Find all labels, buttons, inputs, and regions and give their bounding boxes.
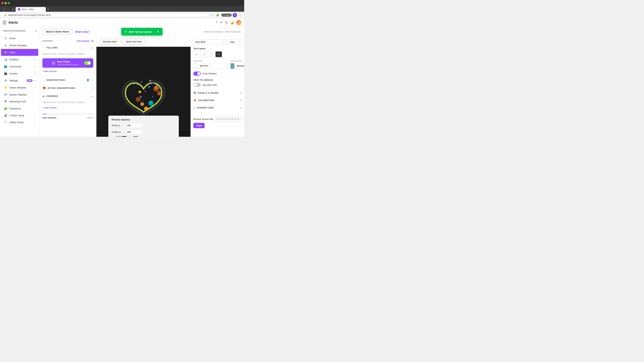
tab-close-btn[interactable]: ✕ xyxy=(42,8,44,10)
sidebar-item-stream-together[interactable]: 🔗 Stream Together xyxy=(1,91,38,98)
follows-section-header[interactable]: ♡ FOLLOWS ▲ xyxy=(40,44,96,52)
sidebar-item-home[interactable]: ⊙ Home xyxy=(1,35,38,42)
window-minimize-btn[interactable] xyxy=(4,2,7,4)
hamburger-menu-btn[interactable]: ☰ xyxy=(3,20,6,25)
cheering-chevron-icon: ▲ xyxy=(91,95,93,97)
whats-new-btn[interactable]: What's New? xyxy=(75,30,90,33)
say-alert-toggle[interactable] xyxy=(193,83,201,87)
incognito-badge[interactable]: Incognito xyxy=(221,13,232,16)
discard-changes-btn[interactable]: Discard Changes xyxy=(204,30,223,33)
sidebar-collapse-btn[interactable]: ◁ xyxy=(34,29,36,32)
swatch-light-gray[interactable] xyxy=(128,136,132,137)
height-input[interactable] xyxy=(126,130,142,134)
sidebar-item-community[interactable]: 👥 Community ▾ xyxy=(1,63,38,70)
swatch-brown[interactable] xyxy=(133,136,138,137)
creator-camp-external-icon: ↗ xyxy=(34,114,36,117)
color-section: Text Color Accent Color xyxy=(193,60,242,69)
size-select[interactable]: 24px ⇅ xyxy=(228,39,242,44)
save-changes-btn[interactable]: Save Changes xyxy=(225,30,241,33)
sidebar-item-viewer-rewards[interactable]: ⭐ Viewer Rewards ▾ xyxy=(1,84,38,91)
tab-bar: ◁ ▷ ↻ T Alerts - Twitch ✕ + xyxy=(0,6,244,12)
sidebar-item-streaming-tools[interactable]: 🛠 Streaming Tools xyxy=(1,98,38,105)
sidebar-item-analytics[interactable]: 📊 Analytics ▾ xyxy=(1,56,38,63)
extension-btn[interactable]: 🧩 xyxy=(215,13,220,17)
bookmark-btn[interactable]: ☆ xyxy=(210,13,214,17)
magic-icon[interactable]: ✦ xyxy=(219,20,223,25)
preview-alert-btn[interactable]: Preview Alert xyxy=(100,39,120,44)
sidebar-item-content[interactable]: 🎬 Content ▾ xyxy=(1,70,38,77)
settings-panel: Semi-Bold ⇅ 24px ⇅ Text Layout ≡ ≡ ≡ ≡ xyxy=(190,37,244,137)
sidebar-label-streaming-tools: Streaming Tools xyxy=(10,100,36,103)
align-justify-btn[interactable]: ≡ xyxy=(216,51,222,57)
alert-variants-count: 15/200 xyxy=(86,116,93,119)
toast-close-btn[interactable]: ✕ xyxy=(157,30,159,33)
help-icon[interactable]: ? xyxy=(215,20,218,25)
cheering-section-header[interactable]: ◆ CHEERING ▲ xyxy=(40,92,96,100)
cheering-new-variant-btn[interactable]: + New Variant xyxy=(42,105,57,110)
variant-toggle[interactable] xyxy=(84,61,91,65)
danger-zone-icon: ⚠ xyxy=(193,106,196,109)
edit-multiple-btn[interactable]: Edit Multiple xyxy=(77,40,90,42)
mail-icon[interactable]: ✉ xyxy=(224,20,228,25)
align-right-btn[interactable]: ≡ xyxy=(208,51,214,57)
copy-variants-icon-btn[interactable]: ⧉ xyxy=(92,39,93,42)
profile-avatar[interactable]: M xyxy=(232,13,237,17)
font-select[interactable]: Semi-Bold ⇅ xyxy=(193,39,226,44)
alerts-header: Back to Alerts Home What's New? ✓ Alert … xyxy=(40,27,244,37)
send-test-alert-btn[interactable]: Send Test Alert xyxy=(122,39,146,44)
window-maximize-btn[interactable] xyxy=(8,2,10,4)
sidebar-item-safety-center[interactable]: 🛡 Safety Center ↗ xyxy=(1,119,38,126)
sidebar-item-stream-manager[interactable]: ◎ Stream Manager xyxy=(1,42,38,49)
danger-zone-section-header[interactable]: ⚠ DANGER ZONE ▾ xyxy=(193,104,242,111)
gifted-subscriptions-section-header[interactable]: 🎁 GIFTED SUBSCRIPTIONS ▾ xyxy=(40,84,96,92)
browser-refresh-btn[interactable]: ↻ xyxy=(11,7,16,12)
new-tab-btn[interactable]: + xyxy=(46,7,51,12)
text-color-preview[interactable] xyxy=(193,63,198,69)
width-input[interactable] xyxy=(126,123,142,128)
text-color-input[interactable] xyxy=(198,64,227,68)
browser-source-section: Browser Source URL Copy xyxy=(193,114,242,128)
accent-color-group: Accent Color xyxy=(230,60,244,69)
sidebar-item-creator-camp[interactable]: 🏕 Creator Camp ↗ xyxy=(1,112,38,119)
follows-new-variant-btn[interactable]: + New Variant xyxy=(42,69,57,73)
toast-check-icon: ✓ xyxy=(124,30,127,33)
browser-forward-btn[interactable]: ▷ xyxy=(6,7,11,12)
swatch-white[interactable] xyxy=(116,136,121,137)
subscriptions-section-header[interactable]: ☆ SUBSCRIPTIONS 👤+ ▾ xyxy=(40,76,96,84)
text-color-group: Text Color xyxy=(193,60,227,69)
stream-manager-icon: ◎ xyxy=(4,43,8,47)
sidebar-item-alerts[interactable]: ⚡ Alerts xyxy=(1,49,38,56)
window-close-btn[interactable] xyxy=(1,2,4,4)
tts-section: TEXT-TO-SPEECH Say Alert Text xyxy=(193,78,242,87)
align-left-btn[interactable]: ≡ xyxy=(193,51,200,57)
visuals-sound-section-header[interactable]: 🖼 VISUALS & SOUND ▾ xyxy=(193,90,242,96)
subscriptions-title: SUBSCRIPTIONS xyxy=(46,79,85,81)
celebration-section-header[interactable]: 🎉 CELEBRATION ▾ xyxy=(193,97,242,104)
accent-color-input-row xyxy=(230,63,244,69)
accent-color-preview[interactable] xyxy=(230,63,234,69)
follows-priority-note: VARIANTS ARE LISTED IN PRIORITY ORDER xyxy=(42,52,93,57)
browser-back-btn[interactable]: ◁ xyxy=(1,7,6,12)
back-to-alerts-btn[interactable]: Back to Alerts Home xyxy=(43,29,72,34)
browser-source-url-input[interactable] xyxy=(215,117,242,121)
drop-shadow-toggle[interactable] xyxy=(193,71,201,76)
width-label: Width px xyxy=(112,124,124,127)
copy-url-btn[interactable]: Copy xyxy=(193,123,204,128)
user-avatar[interactable] xyxy=(236,20,242,25)
danger-zone-expand-icon: ▾ xyxy=(240,106,242,109)
menu-btn[interactable]: ⋮ xyxy=(238,13,242,17)
text-color-label: Text Color xyxy=(193,60,227,62)
notification-icon[interactable]: 🔔 xyxy=(230,20,235,25)
preview-controls: Preview Alert Send Test Alert xyxy=(96,37,190,47)
ssl-lock-icon: 🔒 xyxy=(4,14,7,16)
sidebar-item-extensions[interactable]: 🧩 Extensions xyxy=(1,105,38,112)
sidebar-item-settings[interactable]: ⚙ Settings NEW ▾ xyxy=(1,77,38,84)
align-center-btn[interactable]: ≡ xyxy=(201,51,207,57)
active-tab[interactable]: T Alerts - Twitch ✕ xyxy=(16,7,46,12)
address-bar[interactable]: 🔒 dashboard.twitch.tv/u/moodjoy071/strea… xyxy=(2,13,209,17)
drag-handle-icon[interactable]: ⋮⋮ xyxy=(45,62,50,64)
tab-title: Alerts - Twitch xyxy=(22,8,34,10)
swatch-dark[interactable] xyxy=(122,136,126,137)
accent-color-input[interactable] xyxy=(236,64,244,68)
variant-name: New Follow xyxy=(57,60,82,63)
